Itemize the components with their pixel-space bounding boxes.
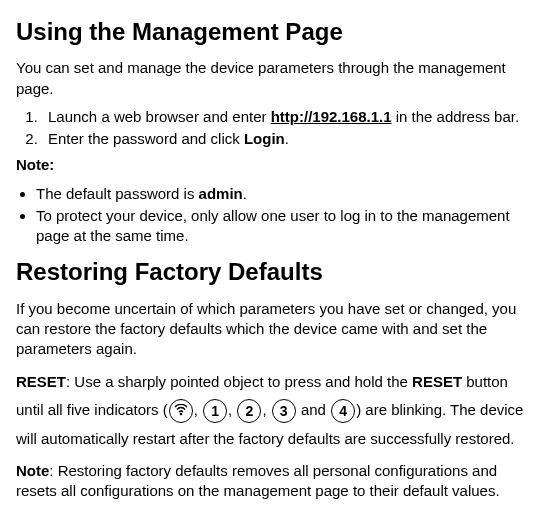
reset-instructions: RESET: Use a sharply pointed object to p… <box>16 368 535 454</box>
note-label-1: Note: <box>16 155 535 175</box>
indicator-4-icon: 4 <box>331 399 355 423</box>
reset-text-a: : Use a sharply pointed object to press … <box>66 373 412 390</box>
indicator-1-icon: 1 <box>203 399 227 423</box>
signal-icon <box>169 399 193 423</box>
sep-3: , <box>262 401 270 418</box>
indicator-3-icon: 3 <box>272 399 296 423</box>
notes-list: The default password is admin. To protec… <box>16 184 535 247</box>
intro-management: You can set and manage the device parame… <box>16 58 535 99</box>
note-bullet-1: The default password is admin. <box>36 184 535 204</box>
step-2-text-c: . <box>285 130 289 147</box>
management-url: http://192.168.1.1 <box>271 108 392 125</box>
reset-label: RESET <box>16 373 66 390</box>
heading-management: Using the Management Page <box>16 16 535 48</box>
svg-point-0 <box>179 413 182 416</box>
step-1-text-b: in the address bar. <box>392 108 520 125</box>
note-bullet-2: To protect your device, only allow one u… <box>36 206 535 247</box>
step-2: Enter the password and click Login. <box>42 129 535 149</box>
default-password: admin <box>199 185 243 202</box>
steps-list: Launch a web browser and enter http://19… <box>16 107 535 150</box>
bullet1-a: The default password is <box>36 185 199 202</box>
reset-button-name: RESET <box>412 373 462 390</box>
step-1-text-a: Launch a web browser and enter <box>48 108 271 125</box>
note-text-2: : Restoring factory defaults removes all… <box>16 462 500 499</box>
and-text: and <box>297 401 330 418</box>
bullet1-c: . <box>243 185 247 202</box>
heading-restore: Restoring Factory Defaults <box>16 256 535 288</box>
intro-restore: If you become uncertain of which paramet… <box>16 299 535 360</box>
login-label: Login <box>244 130 285 147</box>
step-2-text-a: Enter the password and click <box>48 130 244 147</box>
note-label-2: Note <box>16 462 49 479</box>
restore-note: Note: Restoring factory defaults removes… <box>16 461 535 502</box>
sep-2: , <box>228 401 236 418</box>
indicator-2-icon: 2 <box>237 399 261 423</box>
sep-1: , <box>194 401 202 418</box>
step-1: Launch a web browser and enter http://19… <box>42 107 535 127</box>
